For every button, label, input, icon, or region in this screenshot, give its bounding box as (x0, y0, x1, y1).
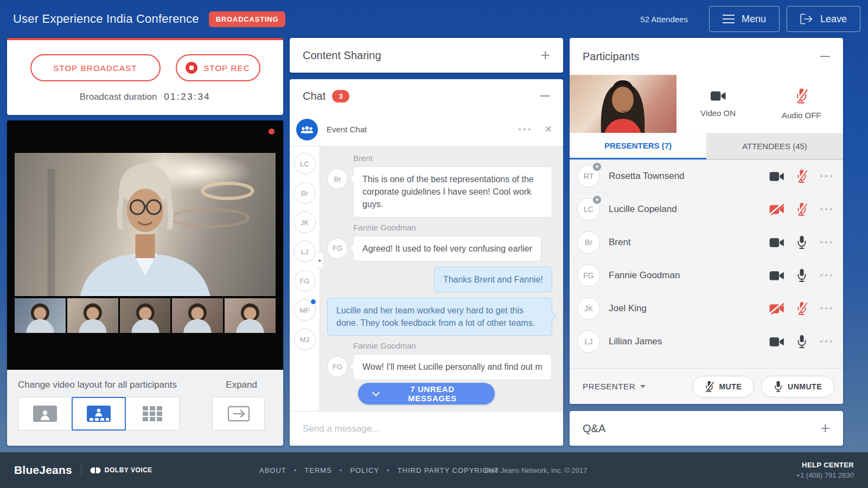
expand-video-button[interactable] (212, 397, 265, 431)
participant-options-icon[interactable]: ••• (820, 204, 834, 215)
participant-row[interactable]: RT Rosetta Townsend (570, 160, 843, 193)
chat-contact-avatar[interactable]: LC (294, 153, 316, 175)
camera-on-icon[interactable] (769, 270, 785, 281)
chat-options-icon[interactable]: ••• (518, 124, 533, 135)
chat-message-input[interactable] (290, 412, 563, 446)
participant-row[interactable]: LC Lucille Copeland (570, 193, 843, 226)
participant-options-icon[interactable]: ••• (820, 237, 834, 248)
participants-tab[interactable]: PRESENTERS (7) (570, 133, 706, 159)
audio-status[interactable]: Audio OFF (760, 88, 844, 120)
footer-link[interactable]: TERMS (286, 466, 332, 474)
camera-off-icon[interactable] (769, 303, 785, 314)
footer-link[interactable]: THIRD PARTY COPYRIGHT (379, 466, 499, 474)
mic-muted-icon (795, 88, 808, 104)
leave-icon (800, 14, 813, 24)
broadcasting-badge: BROADCASTING (209, 11, 286, 27)
self-video-preview[interactable] (570, 75, 676, 133)
speaker-silhouette (15, 153, 276, 296)
stop-broadcast-button[interactable]: STOP BROADCAST (30, 54, 161, 81)
footer-right: HELP CENTER +1 (408) 791 2830 (796, 461, 854, 479)
camera-on-icon[interactable] (769, 336, 785, 348)
chat-contact-avatar[interactable]: JK (294, 211, 316, 233)
participants-list: RT Rosetta Townsend (570, 160, 843, 368)
video-status[interactable]: Video ON (676, 90, 760, 118)
participant-row[interactable]: FG Fannie Goodman (570, 259, 843, 292)
mic-on-icon[interactable] (796, 268, 808, 282)
main-video-feed[interactable] (15, 153, 276, 296)
help-center-link[interactable]: HELP CENTER (796, 461, 854, 469)
footer-links: ABOUTTERMSPOLICYTHIRD PARTY COPYRIGHT (259, 466, 499, 474)
participant-options-icon[interactable]: ••• (820, 303, 834, 314)
rail-collapse-handle[interactable]: ▸ (317, 252, 324, 268)
chat-panel: Chat 3 Event Chat ••• ✕ LC (290, 79, 563, 446)
chat-unread-badge: 3 (332, 90, 349, 102)
chat-contact-avatar[interactable]: MF (294, 299, 316, 321)
participant-name: Fannie Goodman (609, 270, 769, 281)
mic-on-icon[interactable] (796, 235, 808, 249)
chat-contact-avatar[interactable]: MJ (294, 329, 316, 350)
expand-qa-icon[interactable]: + (820, 420, 830, 436)
filmstrip-thumbnail[interactable] (172, 298, 223, 333)
chat-input-row (290, 411, 563, 446)
contact-initials: LC (300, 160, 309, 168)
participant-initials: JK (584, 304, 593, 313)
layout-grid-button[interactable] (125, 397, 180, 431)
filmstrip-view-icon (86, 405, 111, 422)
bluejeans-logo: BlueJeans (14, 464, 72, 477)
chat-contact-avatar[interactable]: Br (294, 182, 316, 204)
layout-filmstrip-button[interactable] (72, 397, 126, 431)
participant-initials: LJ (585, 337, 593, 346)
leave-button[interactable]: Leave (787, 6, 860, 32)
stop-recording-button[interactable]: STOP REC (176, 54, 260, 81)
participant-options-icon[interactable]: ••• (820, 171, 834, 182)
expand-content-sharing-icon[interactable]: + (540, 47, 550, 63)
unread-messages-button[interactable]: 7 UNREAD MESSAGES (358, 383, 495, 404)
camera-on-icon[interactable] (769, 237, 785, 248)
menu-button[interactable]: Menu (709, 6, 780, 32)
group-icon (300, 125, 314, 134)
mic-on-icon[interactable] (796, 335, 808, 349)
camera-on-icon[interactable] (769, 171, 785, 182)
collapse-chat-icon[interactable] (540, 95, 550, 97)
participant-initials: RT (584, 172, 593, 181)
stop-broadcast-label: STOP BROADCAST (53, 63, 137, 73)
chat-contact-avatar[interactable]: FG (294, 270, 316, 292)
dolby-voice-label: DOLBY VOICE (105, 466, 152, 474)
mute-all-button[interactable]: MUTE (692, 376, 754, 397)
participant-row[interactable]: Br Brent ••• (570, 226, 843, 259)
presenter-dropdown[interactable]: PRESENTER (583, 382, 646, 391)
participants-tab[interactable]: ATTENDEES (45) (706, 133, 843, 159)
mic-muted-icon[interactable] (796, 169, 808, 183)
participant-options-icon[interactable]: ••• (820, 270, 834, 281)
chevron-down-icon (372, 389, 380, 396)
menu-button-label: Menu (742, 14, 766, 25)
filmstrip-thumbnail[interactable] (15, 298, 66, 333)
help-phone-number: +1 (408) 791 2830 (796, 471, 854, 479)
footer-link[interactable]: POLICY (332, 466, 379, 474)
chat-contact-avatar[interactable]: LJ (294, 241, 316, 262)
chat-messages: Brent Br This is one of the best represe… (320, 146, 563, 411)
layout-speaker-button[interactable] (18, 397, 72, 431)
unmute-all-button[interactable]: UNMUTE (761, 376, 834, 397)
footer-link[interactable]: ABOUT (259, 466, 286, 474)
camera-off-icon[interactable] (769, 204, 785, 215)
broadcast-duration-label: Broadcast duration (80, 92, 157, 102)
presenter-dropdown-label: PRESENTER (583, 382, 635, 391)
moderator-star-icon (592, 162, 602, 172)
event-chat-title: Event Chat (327, 125, 367, 134)
filmstrip-thumbnail[interactable] (120, 298, 171, 333)
moderator-star-icon (592, 195, 602, 205)
leave-button-label: Leave (820, 14, 847, 25)
chat-message: Fannie Goodman FG Agreed! It used to fee… (327, 223, 552, 261)
mic-muted-icon (705, 381, 714, 393)
participant-row[interactable]: LJ Lillian James (570, 325, 843, 358)
participant-row[interactable]: JK Joel King ••• (570, 292, 843, 325)
filmstrip-thumbnail[interactable] (67, 298, 118, 333)
participant-options-icon[interactable]: ••• (820, 336, 834, 347)
close-chat-icon[interactable]: ✕ (545, 124, 552, 135)
mic-muted-icon[interactable] (796, 301, 808, 316)
message-bubble: Lucille and her team worked very hard to… (327, 298, 552, 336)
filmstrip-thumbnail[interactable] (225, 298, 276, 333)
collapse-participants-icon[interactable] (820, 56, 830, 57)
mic-muted-icon[interactable] (796, 202, 808, 216)
